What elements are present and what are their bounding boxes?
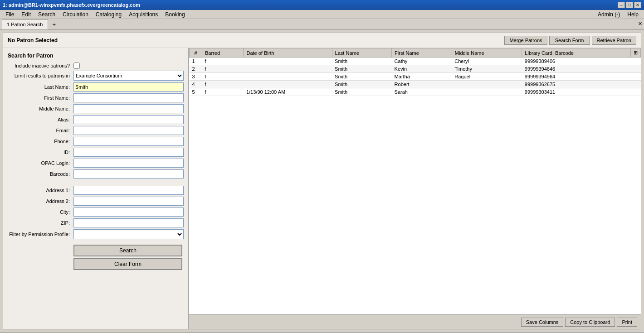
help-label[interactable]: Help (624, 10, 642, 19)
cell-expand (631, 81, 641, 88)
menu-acquisitions[interactable]: Acquisitions (125, 10, 161, 19)
first-name-input[interactable] (73, 93, 184, 102)
patron-status: No Patron Selected (8, 37, 58, 43)
search-form-button[interactable]: Search Form (549, 36, 590, 45)
col-first-name[interactable]: First Name (392, 48, 452, 58)
cell-barcode: 99999394646 (522, 65, 631, 73)
barcode-input[interactable] (73, 169, 184, 179)
email-input[interactable] (73, 126, 184, 135)
cell-first: Sarah (392, 88, 452, 96)
middle-name-input[interactable] (73, 104, 184, 113)
cell-num: 2 (190, 65, 202, 73)
table-row[interactable]: 5 f 1/13/90 12:00 AM Smith Sarah 9999930… (190, 88, 641, 96)
merge-patrons-button[interactable]: Merge Patrons (504, 36, 547, 45)
middle-name-row: Middle Name: (8, 104, 184, 113)
city-label: City: (8, 209, 73, 215)
menu-file[interactable]: File (2, 10, 18, 19)
print-button[interactable]: Print (617, 318, 637, 327)
phone-label: Phone: (8, 139, 73, 144)
barcode-row: Barcode: (8, 169, 184, 179)
id-input[interactable] (73, 148, 184, 157)
barcode-label: Barcode: (8, 171, 73, 177)
address2-input[interactable] (73, 197, 184, 206)
cell-last: Smith (332, 73, 392, 81)
tab-add-button[interactable]: + (49, 20, 60, 29)
save-columns-button[interactable]: Save Columns (521, 318, 564, 327)
menu-booking[interactable]: Booking (161, 10, 188, 19)
menu-circulation[interactable]: Circulation (59, 10, 92, 19)
col-num[interactable]: # (190, 48, 202, 58)
close-button[interactable]: ✕ (634, 2, 641, 8)
admin-label[interactable]: Admin (-) (594, 10, 624, 19)
table-row[interactable]: 4 f Smith Robert 99999362675 (190, 81, 641, 88)
search-form-panel: Search for Patron Include inactive patro… (3, 48, 189, 329)
limit-results-select[interactable]: Example Consortium (73, 71, 184, 81)
phone-input[interactable] (73, 137, 184, 146)
results-table-wrapper: # Barred Date of Birth Last Name First N… (189, 48, 641, 314)
cell-middle (452, 88, 522, 96)
email-row: Email: (8, 126, 184, 135)
alias-row: Alias: (8, 115, 184, 124)
cell-num: 1 (190, 58, 202, 65)
include-inactive-label: Include inactive patrons? (8, 63, 73, 68)
copy-clipboard-button[interactable]: Copy to Clipboard (565, 318, 615, 327)
cell-middle: Cheryl (452, 58, 522, 65)
cell-first: Martha (392, 73, 452, 81)
status-buttons: Merge Patrons Search Form Retrieve Patro… (504, 36, 636, 45)
col-middle-name[interactable]: Middle Name (452, 48, 522, 58)
bottom-bar: Save Columns Copy to Clipboard Print (189, 314, 641, 329)
col-barred[interactable]: Barred (202, 48, 244, 58)
restore-button[interactable]: □ (626, 2, 633, 8)
title-bar: 1: admin@BR1-winxpvmfx.phasefx.evergreen… (0, 0, 644, 10)
city-input[interactable] (73, 208, 184, 217)
tab-bar: 1 Patron Search + ✕ (0, 19, 644, 30)
tab-close-x[interactable]: ✕ (638, 21, 642, 27)
email-label: Email: (8, 128, 73, 133)
retrieve-patron-button[interactable]: Retrieve Patron (592, 36, 636, 45)
alias-input[interactable] (73, 115, 184, 124)
results-area: # Barred Date of Birth Last Name First N… (189, 48, 641, 329)
status-area: No Patron Selected Merge Patrons Search … (3, 33, 641, 48)
cell-barred: f (202, 81, 244, 88)
col-expand[interactable]: ⊞ (631, 48, 641, 58)
address1-input[interactable] (73, 186, 184, 195)
address2-label: Address 2: (8, 198, 73, 204)
search-results-area: Search for Patron Include inactive patro… (3, 48, 641, 329)
tab-patron-search[interactable]: 1 Patron Search (2, 19, 48, 29)
zip-label: ZIP: (8, 220, 73, 226)
last-name-input[interactable] (73, 82, 184, 92)
table-row[interactable]: 2 f Smith Kevin Timothy 99999394646 (190, 65, 641, 73)
table-row[interactable]: 1 f Smith Cathy Cheryl 99999389406 (190, 58, 641, 65)
menu-search[interactable]: Search (34, 10, 59, 19)
city-row: City: (8, 208, 184, 217)
include-inactive-checkbox[interactable] (73, 63, 80, 69)
cell-middle: Raquel (452, 73, 522, 81)
cell-barcode: 99999389406 (522, 58, 631, 65)
search-button[interactable]: Search (73, 245, 182, 256)
cell-expand (631, 73, 641, 81)
window-controls: ─ □ ✕ (618, 2, 641, 8)
minimize-button[interactable]: ─ (618, 2, 625, 8)
cell-barcode: 99999362675 (522, 81, 631, 88)
col-barcode[interactable]: Library Card: Barcode (522, 48, 631, 58)
cell-first: Robert (392, 81, 452, 88)
cell-barred: f (202, 58, 244, 65)
cell-barred: f (202, 88, 244, 96)
cell-barcode: 99999303411 (522, 88, 631, 96)
clear-form-button[interactable]: Clear Form (73, 258, 182, 270)
cell-barred: f (202, 65, 244, 73)
address1-label: Address 1: (8, 188, 73, 193)
cell-barred: f (202, 73, 244, 81)
menu-edit[interactable]: Edit (18, 10, 34, 19)
cell-barcode: 99999394964 (522, 73, 631, 81)
menu-cataloging[interactable]: Cataloging (92, 10, 125, 19)
limit-results-row: Limit results to patrons in Example Cons… (8, 71, 184, 81)
cell-num: 3 (190, 73, 202, 81)
menu-bar: File Edit Search Circulation Cataloging … (0, 10, 644, 19)
opac-login-input[interactable] (73, 159, 184, 168)
zip-input[interactable] (73, 218, 184, 227)
table-row[interactable]: 3 f Smith Martha Raquel 99999394964 (190, 73, 641, 81)
col-last-name[interactable]: Last Name (332, 48, 392, 58)
col-dob[interactable]: Date of Birth (244, 48, 332, 58)
permission-profile-select[interactable] (73, 229, 184, 239)
